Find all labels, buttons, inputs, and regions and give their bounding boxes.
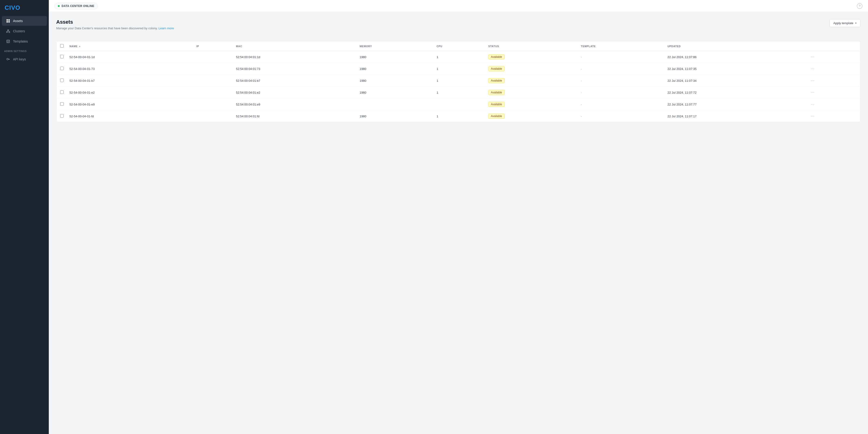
assets-table-container: NAME ▲ IP MAC MEMORY CPU STATUS TEMPLATE… (56, 41, 861, 122)
api-keys-label: API keys (13, 57, 26, 61)
row-ip-0 (193, 51, 232, 63)
row-cpu-5: 1 (433, 111, 485, 122)
row-actions-5: ··· (806, 111, 860, 122)
row-mac-4: 52:54:00:04:01:e9 (232, 98, 356, 111)
row-checkbox-cell-0 (57, 51, 66, 63)
row-checkbox-0[interactable] (60, 55, 64, 58)
row-updated-1: 22 Jul 2024, 11:07:35 (664, 63, 806, 75)
sidebar-item-assets[interactable]: Assets (2, 16, 47, 26)
row-ip-2 (193, 75, 232, 87)
online-indicator (58, 5, 60, 7)
svg-point-5 (6, 32, 8, 33)
row-template-2: - (577, 75, 664, 87)
row-more-button-3[interactable]: ··· (809, 90, 816, 95)
row-memory-2: 1980 (356, 75, 433, 87)
table-row: 52-54-00-04-01-b7 52:54:00:04:01:b7 1980… (57, 75, 860, 87)
row-checkbox-4[interactable] (60, 102, 64, 106)
clusters-icon (6, 29, 10, 33)
row-status-2: Available (485, 75, 577, 87)
apply-template-button[interactable]: Apply template ▾ (830, 19, 861, 27)
sidebar-item-api-keys[interactable]: API keys (2, 54, 47, 64)
row-checkbox-2[interactable] (60, 79, 64, 82)
row-template-4: - (577, 98, 664, 111)
sidebar: CIVO Assets (0, 0, 49, 434)
table-body: 52-54-00-04-01-1d 52:54:00:04:01:1d 1980… (57, 51, 860, 122)
table-row: 52-54-00-04-01-fd 52:54:00:04:01:fd 1980… (57, 111, 860, 122)
svg-point-4 (8, 30, 9, 31)
help-icon-symbol: ? (859, 4, 860, 8)
status-badge-2: Available (488, 78, 505, 83)
row-name-2: 52-54-00-04-01-b7 (66, 75, 193, 87)
row-mac-2: 52:54:00:04:01:b7 (232, 75, 356, 87)
row-status-5: Available (485, 111, 577, 122)
row-template-0: - (577, 51, 664, 63)
row-name-1: 52-54-00-04-01-73 (66, 63, 193, 75)
page-title-area: Assets Manage your Data Center's resourc… (56, 19, 174, 35)
row-status-3: Available (485, 87, 577, 98)
row-ip-3 (193, 87, 232, 98)
svg-rect-2 (6, 21, 8, 23)
row-updated-0: 22 Jul 2024, 11:07:86 (664, 51, 806, 63)
row-more-button-4[interactable]: ··· (809, 102, 816, 107)
table-header: NAME ▲ IP MAC MEMORY CPU STATUS TEMPLATE… (57, 41, 860, 51)
page-subtitle: Manage your Data Center's resources that… (56, 27, 174, 30)
svg-rect-0 (6, 19, 8, 21)
table-header-row: NAME ▲ IP MAC MEMORY CPU STATUS TEMPLATE… (57, 41, 860, 51)
row-more-button-2[interactable]: ··· (809, 78, 816, 83)
apply-template-label: Apply template (833, 21, 854, 25)
row-ip-4 (193, 98, 232, 111)
row-mac-3: 52:54:00:04:01:e2 (232, 87, 356, 98)
col-updated: UPDATED (664, 41, 806, 51)
subtitle-text: Manage your Data Center's resources that… (56, 27, 158, 30)
row-checkbox-3[interactable] (60, 90, 64, 94)
sidebar-item-templates[interactable]: Templates (2, 36, 47, 46)
main-content: DATA CENTER ONLINE ? Assets Manage your … (49, 0, 868, 434)
select-all-checkbox[interactable] (60, 44, 64, 48)
table-row: 52-54-00-04-01-73 52:54:00:04:01:73 1980… (57, 63, 860, 75)
row-updated-4: 22 Jul 2024, 11:07:77 (664, 98, 806, 111)
row-more-button-5[interactable]: ··· (809, 114, 816, 119)
status-badge-5: Available (488, 114, 505, 119)
row-cpu-1: 1 (433, 63, 485, 75)
row-template-5: - (577, 111, 664, 122)
civo-logo: CIVO (5, 4, 44, 11)
row-checkbox-1[interactable] (60, 67, 64, 70)
svg-point-13 (7, 58, 8, 60)
sidebar-item-clusters[interactable]: Clusters (2, 26, 47, 36)
col-ip: IP (193, 41, 232, 51)
assets-label: Assets (13, 19, 23, 23)
row-more-button-1[interactable]: ··· (809, 66, 816, 71)
learn-more-link[interactable]: Learn more (158, 27, 174, 30)
row-more-button-0[interactable]: ··· (809, 54, 816, 60)
row-cpu-2: 1 (433, 75, 485, 87)
page-content: Assets Manage your Data Center's resourc… (49, 12, 868, 434)
row-mac-5: 52:54:00:04:01:fd (232, 111, 356, 122)
row-name-4: 52-54-00-04-01-e9 (66, 98, 193, 111)
row-cpu-3: 1 (433, 87, 485, 98)
row-checkbox-cell-1 (57, 63, 66, 75)
col-mac: MAC (232, 41, 356, 51)
admin-settings-label: ADMIN SETTINGS (0, 47, 49, 54)
row-actions-0: ··· (806, 51, 860, 63)
table-row: 52-54-00-04-01-e9 52:54:00:04:01:e9 Avai… (57, 98, 860, 111)
sort-arrow-icon: ▲ (79, 45, 81, 48)
row-actions-2: ··· (806, 75, 860, 87)
col-actions (806, 41, 860, 51)
row-mac-1: 52:54:00:04:01:73 (232, 63, 356, 75)
datacenter-status-text: DATA CENTER ONLINE (62, 4, 94, 8)
help-button[interactable]: ? (857, 3, 862, 9)
row-actions-4: ··· (806, 98, 860, 111)
row-checkbox-cell-4 (57, 98, 66, 111)
row-cpu-4 (433, 98, 485, 111)
row-checkbox-cell-2 (57, 75, 66, 87)
select-all-cell (57, 41, 66, 51)
row-template-1: - (577, 63, 664, 75)
row-updated-2: 22 Jul 2024, 11:07:34 (664, 75, 806, 87)
svg-point-6 (9, 32, 10, 33)
row-status-1: Available (485, 63, 577, 75)
row-template-3: - (577, 87, 664, 98)
row-checkbox-5[interactable] (60, 114, 64, 118)
logo-text: CIVO (5, 4, 21, 11)
status-badge-0: Available (488, 54, 505, 60)
row-actions-3: ··· (806, 87, 860, 98)
